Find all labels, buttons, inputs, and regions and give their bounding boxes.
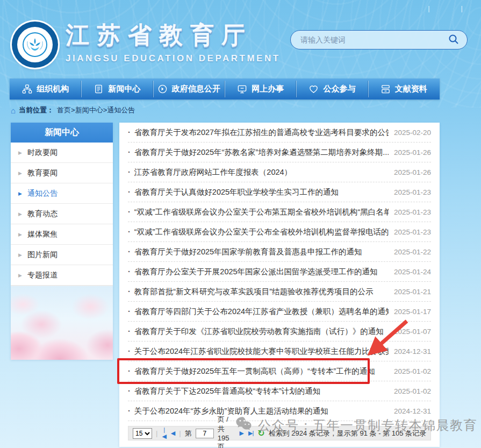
topbar-divider: |	[428, 4, 429, 12]
triangle-bullet-icon: ▶	[18, 170, 22, 176]
news-title-link[interactable]: 省教育厅关于发布2027年拟在江苏招生的普通高校专业选考科目要求的公告	[128, 127, 389, 138]
news-title-link[interactable]: 江苏省教育厅政府网站工作年度报表（2024）	[128, 167, 292, 177]
site-title-block: 江苏省教育厅 JIANGSU EDUCATION DEPARTMENT	[66, 19, 281, 64]
nav-item-label: 政府信息公开	[172, 84, 220, 94]
home-icon: ⌂	[11, 106, 16, 115]
search-icon	[448, 33, 460, 47]
triangle-bullet-icon: ▶	[18, 191, 22, 196]
nav-item[interactable]: 组织机构	[10, 79, 81, 99]
news-row: 省教育厅等四部门关于公布2024年江苏省产业教授（兼职）选聘名单的通知 2025…	[128, 302, 431, 322]
search-input[interactable]	[300, 35, 447, 44]
news-date: 2025-01-26	[390, 148, 431, 157]
logo-emblem-icon	[17, 27, 53, 62]
triangle-bullet-icon: ▶	[18, 273, 22, 278]
page: || 江苏省教育厅 JIANGSU EDUCATION DEPARTMENT	[0, 0, 481, 448]
triangle-bullet-icon: ▶	[18, 211, 22, 217]
sidebar-menu-item[interactable]: ▶ 教育动态	[11, 204, 113, 224]
nav-item[interactable]: 政府信息公开	[153, 79, 225, 99]
triangle-bullet-icon: ▶	[18, 232, 22, 237]
site-logo	[12, 22, 58, 68]
results-summary: 检索到 2924 条记录，显示第 91 条 - 第 105 条记录	[269, 429, 426, 438]
news-row: 关于公布2024年“苏乡永助”资助育人主题活动结果的通知 2024-12-31	[128, 401, 431, 421]
sidebar-menu-item[interactable]: ▶ 通知公告	[11, 183, 113, 204]
news-row: 省教育厅关于印发《江苏省职业院校劳动教育实施指南（试行）》的通知 2025-01…	[128, 322, 431, 342]
news-title-link[interactable]: 关于公布2024年江苏省职业院校技能大赛中等职业学校班主任能力比赛获奖	[128, 346, 389, 357]
news-date: 2025-02-20	[390, 129, 431, 137]
site-header: 江苏省教育厅 JIANGSU EDUCATION DEPARTMENT	[0, 16, 481, 76]
news-date: 2025-01-23	[390, 208, 431, 216]
next-page-button[interactable]: ▶	[239, 430, 244, 437]
news-row: 关于公布2024年江苏省职业院校技能大赛中等职业学校班主任能力比赛获奖 2024…	[128, 342, 431, 361]
news-date: 2025-01-24	[390, 268, 431, 276]
site-subtitle: JIANGSU EDUCATION DEPARTMENT	[66, 53, 281, 64]
nav-item-label: 新闻中心	[108, 84, 140, 94]
nav-item[interactable]: 文献资料	[368, 79, 440, 99]
sidebar-item-label: 教育要闻	[27, 168, 58, 178]
top-utility-bar: ||	[0, 0, 473, 16]
sidebar: 新闻中心 ▶ 时政要闻 ▶ 教育要闻 ▶ 通知公告 ▶ 教育动态 ▶ 媒体聚焦	[11, 123, 113, 360]
news-row: 省教育厅关于认真做好2025年职业学校学生实习工作的通知 2025-01-23	[128, 182, 431, 202]
primary-nav: 组织机构 新闻中心 政府信息公开 网上办事 公众参与 文献资料	[10, 79, 440, 99]
sidebar-item-label: 时政要闻	[27, 148, 58, 158]
news-list: 省教育厅关于发布2027年拟在江苏招生的普通高校专业选考科目要求的公告 2025…	[119, 123, 440, 421]
news-title-link[interactable]: 省教育厅关于做好2025年“苏教名家”培养对象遴选暨第二期培养对象终期...	[128, 147, 389, 158]
refresh-icon[interactable]: ↻	[257, 429, 264, 438]
prev-page-button[interactable]: ◀	[170, 430, 175, 437]
info-disclosure-icon	[157, 84, 168, 94]
pager-divider: |	[179, 429, 181, 437]
page-suffix-label: 页 / 共 195 页	[218, 415, 235, 448]
news-date: 2025-01-22	[390, 248, 431, 256]
breadcrumb-path[interactable]: 首页>新闻中心>通知公告	[57, 105, 135, 115]
sidebar-menu-item[interactable]: ▶ 时政要闻	[11, 143, 113, 163]
sidebar-menu-item[interactable]: ▶ 媒体聚焦	[11, 224, 113, 245]
news-row: 省教育厅关于做好2025年五年一贯制高职（高师）“专转本”工作的通知 2025-…	[128, 361, 431, 381]
nav-item[interactable]: 网上办事	[225, 79, 296, 99]
news-title-link[interactable]: 省教育厅等四部门关于公布2024年江苏省产业教授（兼职）选聘名单的通知	[128, 307, 389, 317]
sidebar-flower-image	[11, 286, 113, 360]
news-title-link[interactable]: 省教育厅关于认真做好2025年职业学校学生实习工作的通知	[128, 187, 339, 197]
sidebar-menu-item[interactable]: ▶ 教育要闻	[11, 163, 113, 183]
sidebar-menu-item[interactable]: ▶ 图片新闻	[11, 245, 113, 265]
nav-item[interactable]: 新闻中心	[81, 79, 153, 99]
news-title-link[interactable]: 省教育厅关于做好2025年五年一贯制高职（高师）“专转本”工作的通知	[128, 366, 375, 376]
news-date: 2025-01-21	[390, 288, 431, 296]
nav-item[interactable]: 公众参与	[296, 79, 368, 99]
news-title-link[interactable]: 省教育厅关于做好2025年国家学前教育普及普惠县申报工作的通知	[128, 247, 362, 257]
news-title-link[interactable]: 省教育厅关于印发《江苏省职业院校劳动教育实施指南（试行）》的通知	[128, 326, 384, 337]
news-row: 江苏省教育厅政府网站工作年度报表（2024） 2025-01-26	[128, 162, 431, 182]
news-title-link[interactable]: 省教育厅办公室关于开展2025年国家公派出国留学选派受理工作的通知	[128, 267, 378, 277]
site-title: 江苏省教育厅	[66, 19, 281, 51]
breadcrumb-label: 当前位置：	[19, 105, 54, 115]
first-page-button[interactable]: |◀	[161, 426, 166, 440]
news-date: 2025-01-02	[390, 387, 431, 395]
org-chart-icon	[22, 84, 32, 94]
sidebar-menu-item[interactable]: ▶ 专题报道	[11, 265, 113, 286]
sidebar-item-label: 专题报道	[27, 271, 58, 280]
news-date: 2025-01-26	[390, 168, 431, 176]
news-panel: 省教育厅关于发布2027年拟在江苏招生的普通高校专业选考科目要求的公告 2025…	[119, 123, 440, 447]
news-title-link[interactable]: “双减”工作省级联席会议办公室关于公布全省校外培训机构监督举报电话的公...	[128, 227, 389, 237]
page-number-input[interactable]	[196, 429, 214, 438]
news-row: 省教育厅办公室关于开展2025年国家公派出国留学选派受理工作的通知 2025-0…	[128, 262, 431, 282]
news-title-link[interactable]: “双减”工作省级联席会议办公室关于公布第五期全省校外培训机构“黑白名单...	[128, 207, 389, 217]
search-box	[290, 30, 468, 49]
news-row: 教育部首批“新文科研究与改革实践项目”结题验收推荐优秀项目的公示 2025-01…	[128, 282, 431, 302]
triangle-bullet-icon: ▶	[18, 252, 22, 258]
breadcrumb: ⌂ 当前位置： 首页>新闻中心>通知公告	[11, 105, 135, 115]
heart-icon	[308, 84, 319, 94]
news-title-link[interactable]: 教育部首批“新文科研究与改革实践项目”结题验收推荐优秀项目的公示	[128, 287, 374, 297]
news-row: “双减”工作省级联席会议办公室关于公布第五期全省校外培训机构“黑白名单... 2…	[128, 202, 431, 222]
last-page-button[interactable]: ▶|	[248, 430, 254, 437]
search-button[interactable]	[447, 33, 461, 47]
archives-icon	[381, 84, 391, 94]
topbar-divider: |	[461, 4, 463, 12]
online-service-icon	[237, 84, 247, 94]
nav-item-label: 文献资料	[395, 84, 427, 94]
sidebar-item-label: 教育动态	[27, 209, 58, 219]
page-size-select[interactable]: 15	[133, 428, 152, 439]
news-title-link[interactable]: 省教育厅关于下达2025年普通高校“专转本”计划的通知	[128, 386, 320, 396]
news-date: 2025-01-02	[390, 367, 431, 375]
news-date: 2025-01-23	[390, 228, 431, 236]
triangle-bullet-icon: ▶	[18, 150, 22, 155]
page-prefix-label: 第	[185, 429, 192, 438]
